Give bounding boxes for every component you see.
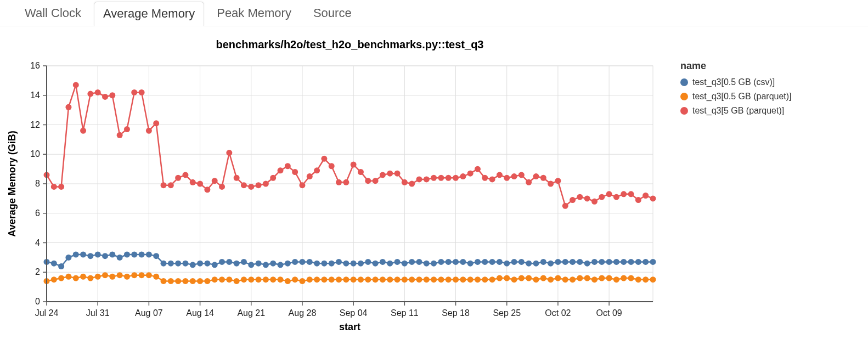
series-point[interactable] <box>146 128 152 134</box>
series-point[interactable] <box>124 252 130 258</box>
series-point[interactable] <box>416 276 422 282</box>
series-point[interactable] <box>292 259 298 265</box>
series-point[interactable] <box>562 203 568 209</box>
series-point[interactable] <box>394 276 401 282</box>
series-point[interactable] <box>343 179 349 185</box>
series-point[interactable] <box>365 276 371 282</box>
series-point[interactable] <box>358 169 364 175</box>
series-point[interactable] <box>416 259 422 265</box>
series-point[interactable] <box>131 89 137 95</box>
series-point[interactable] <box>278 262 284 268</box>
series-point[interactable] <box>446 175 452 181</box>
series-point[interactable] <box>161 182 167 188</box>
series-point[interactable] <box>489 259 495 265</box>
series-point[interactable] <box>577 194 583 200</box>
series-point[interactable] <box>343 261 349 267</box>
series-point[interactable] <box>467 276 474 282</box>
series-point[interactable] <box>256 182 262 188</box>
series-point[interactable] <box>489 276 495 282</box>
series-point[interactable] <box>562 259 568 265</box>
series-point[interactable] <box>65 274 71 280</box>
series-point[interactable] <box>518 172 525 178</box>
series-point[interactable] <box>314 261 320 267</box>
series-point[interactable] <box>380 276 386 282</box>
series-point[interactable] <box>80 252 86 258</box>
series-point[interactable] <box>475 276 481 282</box>
series-point[interactable] <box>438 259 444 265</box>
series-point[interactable] <box>263 276 269 282</box>
series-point[interactable] <box>248 184 254 190</box>
series-point[interactable] <box>380 172 386 178</box>
series-point[interactable] <box>540 259 546 265</box>
series-point[interactable] <box>226 276 232 282</box>
series-point[interactable] <box>570 259 576 265</box>
series-point[interactable] <box>87 253 93 259</box>
series-point[interactable] <box>95 89 101 95</box>
series-point[interactable] <box>562 276 568 282</box>
series-point[interactable] <box>270 261 276 267</box>
series-point[interactable] <box>321 261 327 267</box>
series-point[interactable] <box>219 276 225 282</box>
series-point[interactable] <box>518 259 525 265</box>
series-point[interactable] <box>73 82 79 88</box>
series-point[interactable] <box>526 261 532 267</box>
series-point[interactable] <box>190 262 196 268</box>
series-point[interactable] <box>504 261 510 267</box>
series-point[interactable] <box>153 253 159 259</box>
series-point[interactable] <box>358 261 364 267</box>
series-point[interactable] <box>577 275 583 281</box>
series-point[interactable] <box>424 276 430 282</box>
series-point[interactable] <box>650 259 656 265</box>
series-point[interactable] <box>87 275 93 281</box>
series-point[interactable] <box>117 132 123 138</box>
series-point[interactable] <box>204 278 210 284</box>
series-point[interactable] <box>65 104 71 110</box>
series-point[interactable] <box>453 259 459 265</box>
series-point[interactable] <box>482 259 488 265</box>
series-point[interactable] <box>182 172 188 178</box>
series-point[interactable] <box>511 173 517 179</box>
series-point[interactable] <box>263 181 269 187</box>
series-point[interactable] <box>314 167 320 173</box>
series-point[interactable] <box>599 275 605 281</box>
series-point[interactable] <box>168 261 174 267</box>
legend-item[interactable]: test_q3[0.5 GB (csv)] <box>680 77 792 87</box>
series-point[interactable] <box>153 274 159 280</box>
series-point[interactable] <box>109 92 115 98</box>
series-point[interactable] <box>241 259 247 265</box>
series-point[interactable] <box>226 150 232 156</box>
series-point[interactable] <box>329 276 335 282</box>
tab-wall-clock[interactable]: Wall Clock <box>15 1 91 26</box>
series-point[interactable] <box>241 276 247 282</box>
series-point[interactable] <box>161 261 167 267</box>
series-point[interactable] <box>51 184 57 190</box>
series-point[interactable] <box>424 261 430 267</box>
series-point[interactable] <box>635 276 641 282</box>
series-point[interactable] <box>365 259 371 265</box>
series-point[interactable] <box>431 175 437 181</box>
series-point[interactable] <box>197 278 203 284</box>
series-point[interactable] <box>248 262 254 268</box>
series-point[interactable] <box>65 255 71 261</box>
series-point[interactable] <box>351 162 357 168</box>
series-point[interactable] <box>431 261 437 267</box>
series-point[interactable] <box>95 274 101 280</box>
series-point[interactable] <box>175 278 181 284</box>
series-point[interactable] <box>511 276 517 282</box>
series-point[interactable] <box>102 272 108 278</box>
series-point[interactable] <box>256 276 262 282</box>
series-point[interactable] <box>212 276 218 282</box>
series-point[interactable] <box>642 193 649 199</box>
series-point[interactable] <box>497 172 503 178</box>
series-point[interactable] <box>256 261 262 267</box>
series-point[interactable] <box>402 179 408 185</box>
series-point[interactable] <box>175 175 181 181</box>
series-point[interactable] <box>117 255 123 261</box>
series-point[interactable] <box>489 176 495 182</box>
series-point[interactable] <box>555 259 561 265</box>
series-point[interactable] <box>299 259 305 265</box>
series-point[interactable] <box>577 259 583 265</box>
series-point[interactable] <box>380 259 386 265</box>
series-point[interactable] <box>526 179 532 185</box>
series-point[interactable] <box>219 259 225 265</box>
